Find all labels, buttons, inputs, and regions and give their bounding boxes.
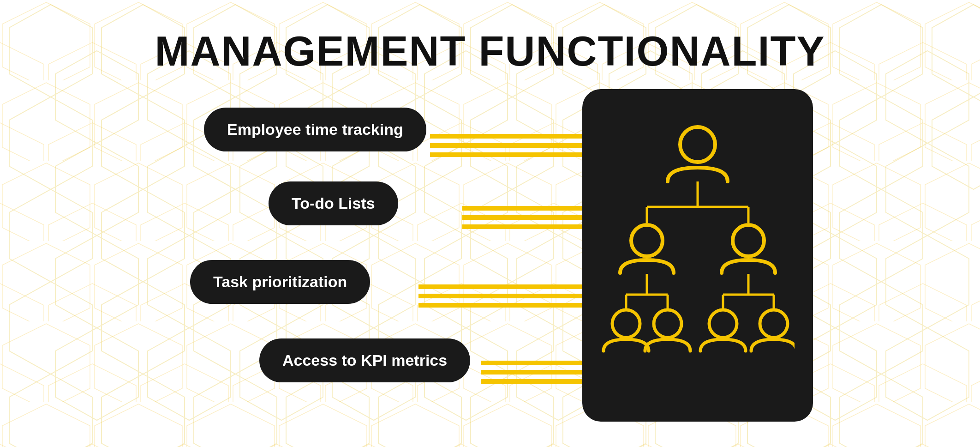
right-panel [582,89,813,422]
page-title: MANAGEMENT FUNCTIONALITY [155,28,825,75]
svg-point-108 [680,127,715,162]
feature-box-kpi-metrics: Access to KPI metrics [259,338,470,382]
svg-point-125 [709,310,737,338]
org-chart-icon [601,121,795,389]
page-content: MANAGEMENT FUNCTIONALITY [0,0,980,447]
feature-box-employee-time-tracking: Employee time tracking [204,108,426,151]
feature-box-todo-lists: To-do Lists [269,181,398,225]
svg-point-124 [654,310,681,338]
svg-point-113 [631,225,663,256]
diagram-area: Employee time tracking To-do Lists Task … [167,89,813,422]
svg-point-126 [760,310,788,338]
feature-box-task-prioritization: Task prioritization [190,260,370,304]
svg-point-114 [733,225,764,256]
svg-point-123 [612,310,640,338]
